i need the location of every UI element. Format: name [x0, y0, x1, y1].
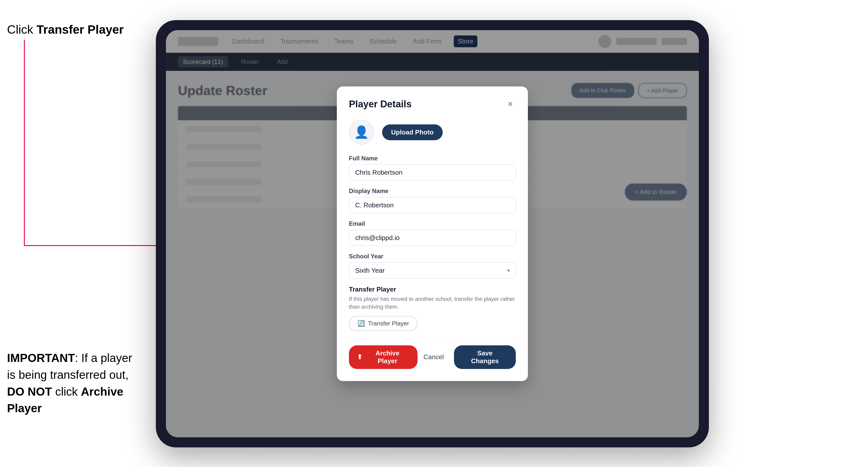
email-group: Email [349, 220, 516, 246]
modal-close-button[interactable]: × [505, 98, 516, 110]
modal-header: Player Details × [349, 98, 516, 110]
annotation-vertical-line [24, 40, 25, 246]
archive-icon: ⬆ [357, 353, 363, 361]
avatar-circle: 👤 [349, 120, 374, 145]
email-input[interactable] [349, 230, 516, 246]
school-year-select[interactable]: First Year Second Year Third Year Fourth… [349, 262, 516, 279]
email-label: Email [349, 220, 516, 227]
modal-title: Player Details [349, 99, 411, 110]
avatar-icon: 👤 [354, 125, 369, 139]
display-name-input[interactable] [349, 197, 516, 213]
school-year-select-wrapper: First Year Second Year Third Year Fourth… [349, 262, 516, 279]
instruction-prefix: Click [7, 23, 36, 36]
modal-footer: ⬆ Archive Player Cancel Save Changes [349, 340, 516, 369]
transfer-section-title: Transfer Player [349, 285, 516, 293]
transfer-player-section: Transfer Player If this player has moved… [349, 285, 516, 331]
display-name-group: Display Name [349, 187, 516, 213]
transfer-icon: 🔄 [358, 320, 365, 327]
transfer-button-label: Transfer Player [368, 320, 409, 327]
archive-button-label: Archive Player [366, 349, 409, 365]
full-name-label: Full Name [349, 155, 516, 162]
modal-overlay: Player Details × 👤 Upload Photo Full Nam… [166, 30, 699, 437]
full-name-group: Full Name [349, 155, 516, 181]
instruction-bottom: IMPORTANT: If a player is being transfer… [7, 350, 138, 417]
instruction-do-not: DO NOT [7, 385, 52, 398]
transfer-section-description: If this player has moved to another scho… [349, 295, 516, 311]
archive-player-button[interactable]: ⬆ Archive Player [349, 345, 417, 369]
upload-photo-button[interactable]: Upload Photo [382, 124, 443, 140]
player-details-modal: Player Details × 👤 Upload Photo Full Nam… [337, 87, 528, 381]
save-changes-button[interactable]: Save Changes [454, 345, 516, 369]
full-name-input[interactable] [349, 164, 516, 181]
tablet-screen: Dashboard Tournaments Teams Schedule Add… [166, 30, 699, 437]
instruction-bold: Transfer Player [36, 23, 124, 36]
school-year-label: School Year [349, 253, 516, 260]
instruction-rest2: click [52, 385, 81, 398]
tablet-frame: Dashboard Tournaments Teams Schedule Add… [156, 20, 709, 447]
cancel-button[interactable]: Cancel [417, 349, 450, 365]
photo-section: 👤 Upload Photo [349, 120, 516, 145]
footer-right-actions: Cancel Save Changes [417, 345, 516, 369]
school-year-group: School Year First Year Second Year Third… [349, 253, 516, 279]
instruction-top: Click Transfer Player [7, 23, 124, 36]
display-name-label: Display Name [349, 187, 516, 194]
transfer-player-button[interactable]: 🔄 Transfer Player [349, 316, 417, 331]
instruction-important: IMPORTANT [7, 351, 75, 365]
